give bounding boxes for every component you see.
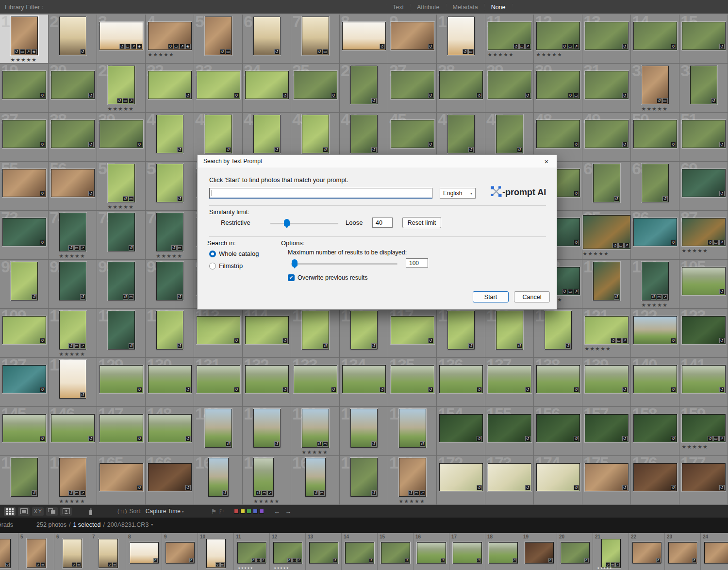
badge-icon[interactable]: ↺ — [468, 147, 474, 152]
photo-thumbnail[interactable]: ↺ — [391, 71, 434, 99]
badge-icon[interactable]: ▭ — [616, 338, 622, 343]
photo-thumbnail[interactable]: ↺ — [11, 458, 38, 497]
grid-cell[interactable]: 112↺ — [146, 309, 194, 358]
photo-thumbnail[interactable]: ↺ — [156, 311, 183, 350]
survey-view-icon[interactable] — [46, 507, 58, 516]
grid-cell[interactable]: 11↺▭↗★★★★★ — [485, 15, 534, 64]
grid-cell[interactable]: 39↺ — [97, 113, 146, 162]
filter-attribute[interactable]: Attribute — [411, 4, 446, 11]
badge-icon[interactable]: ↺ — [226, 147, 231, 152]
grid-cell[interactable]: 15↺ — [679, 15, 728, 64]
grid-cell[interactable]: 115↺ — [291, 309, 340, 358]
grid-cell[interactable]: 135↺ — [388, 358, 437, 407]
badge-icon[interactable]: ↗ — [719, 240, 725, 245]
grid-cell[interactable]: 92↺ — [49, 260, 97, 309]
cancel-button[interactable]: Cancel — [514, 291, 550, 302]
photo-thumbnail[interactable]: ↺ — [496, 115, 523, 153]
photo-thumbnail[interactable]: ↺ — [99, 120, 143, 148]
grid-cell[interactable]: 73↺ — [0, 211, 49, 260]
photo-thumbnail[interactable]: ↺ — [350, 409, 378, 448]
badge-icon[interactable]: ▭ — [226, 49, 231, 54]
grid-cell[interactable]: 10↺▭ — [437, 15, 485, 64]
badge-icon[interactable]: ↺ — [671, 436, 676, 441]
filmstrip-cell[interactable]: 6↺▭ — [54, 533, 90, 570]
grid-cell[interactable]: 109↺ — [0, 309, 49, 358]
grid-cell[interactable]: 163↺ — [0, 456, 49, 505]
filmstrip-thumbnail[interactable]: ↺ — [525, 542, 554, 564]
badge-icon[interactable]: ↺ — [14, 49, 19, 54]
filmstrip-thumbnail[interactable]: ↺▭↗ — [273, 542, 302, 564]
color-swatch[interactable] — [234, 509, 239, 514]
badge-icon[interactable]: ↺ — [171, 245, 177, 251]
filmstrip-thumbnail[interactable]: ↺ — [632, 542, 662, 564]
prompt-input[interactable] — [209, 188, 432, 199]
photo-thumbnail[interactable]: ↺ — [585, 120, 629, 148]
badge-icon[interactable]: ↗ — [574, 289, 579, 294]
badge-icon[interactable]: ↺ — [177, 343, 182, 349]
badge-icon[interactable]: ▭ — [574, 93, 579, 98]
badge-icon[interactable]: ↺ — [380, 44, 385, 49]
grid-cell[interactable]: 120↺ — [534, 309, 582, 358]
grid-cell[interactable]: 76↺▭★★★★★ — [146, 211, 194, 260]
grid-cell[interactable]: 40↺ — [146, 113, 194, 162]
photo-thumbnail[interactable]: ↺ — [342, 365, 386, 393]
badge-icon[interactable]: ↺ — [525, 93, 530, 98]
badge-icon[interactable]: ↺ — [408, 490, 414, 496]
photo-thumbnail[interactable]: ↺▭ — [108, 164, 135, 202]
badge-icon[interactable]: ▭ — [662, 98, 668, 103]
photo-thumbnail[interactable]: ↺ — [148, 414, 192, 442]
badge-icon[interactable]: ↺ — [428, 142, 433, 147]
grid-cell[interactable]: 68↺ — [631, 162, 679, 211]
badge-icon[interactable]: ↺ — [657, 98, 662, 103]
badge-icon[interactable]: ▭ — [74, 490, 80, 496]
badge-icon[interactable]: ↺ — [371, 147, 377, 152]
filmstrip-cell[interactable]: 17↺ — [449, 533, 485, 570]
badge-icon[interactable]: ↺ — [177, 294, 182, 300]
photo-thumbnail[interactable]: ↺ — [488, 463, 531, 491]
badge-icon[interactable]: ▭ — [323, 441, 328, 447]
photo-thumbnail[interactable]: ↺ — [496, 311, 523, 350]
photo-thumbnail[interactable]: ↺ — [447, 311, 475, 350]
badge-icon[interactable]: ↺ — [428, 93, 433, 98]
badge-icon[interactable]: ↺ — [129, 245, 134, 251]
photo-thumbnail[interactable]: ↺ — [108, 311, 135, 350]
badge-icon[interactable]: ↺ — [671, 485, 676, 490]
badge-icon[interactable]: ↺ — [708, 240, 713, 245]
photo-thumbnail[interactable]: ↺▭ — [536, 71, 580, 99]
badge-icon[interactable]: ↺ — [477, 485, 482, 490]
photo-thumbnail[interactable]: ↺ — [488, 71, 531, 99]
badge-icon[interactable]: ↺ — [671, 338, 676, 343]
badge-icon[interactable]: ↗ — [622, 338, 628, 343]
photo-thumbnail[interactable]: ↺ — [633, 414, 677, 442]
photo-thumbnail[interactable]: ↺▭↗◈ — [11, 17, 38, 55]
badge-icon[interactable]: ↺ — [671, 387, 676, 392]
photo-thumbnail[interactable]: ↺ — [593, 262, 620, 301]
color-swatch[interactable] — [253, 509, 258, 514]
grid-cell[interactable]: 152↺ — [340, 407, 388, 456]
overwrite-checkbox[interactable]: ✔ — [288, 274, 295, 281]
grid-cell[interactable]: 164↺▭↗★★★★★ — [49, 456, 97, 505]
grid-cell[interactable]: 170↺ — [340, 456, 388, 505]
photo-thumbnail[interactable]: ↺▭↗ — [585, 316, 629, 344]
star-rating[interactable]: ★★★★★ — [642, 302, 668, 308]
grid-cell[interactable]: 165↺ — [97, 456, 146, 505]
grid-cell[interactable]: 154↺ — [437, 407, 485, 456]
badge-icon[interactable]: ↺ — [622, 142, 628, 147]
badge-icon[interactable]: ▭ — [468, 49, 474, 54]
whole-catalog-radio[interactable] — [209, 251, 216, 257]
photo-thumbnail[interactable]: ↺ — [399, 409, 426, 448]
badge-icon[interactable]: ▭ — [74, 245, 80, 251]
grid-cell[interactable]: 116↺ — [340, 309, 388, 358]
grid-cell[interactable]: 166↺ — [146, 456, 194, 505]
photo-thumbnail[interactable]: ↺ — [2, 218, 46, 246]
badge-icon[interactable]: ↺ — [719, 191, 725, 196]
photo-thumbnail[interactable]: ↺ — [59, 262, 86, 301]
grid-cell[interactable]: 91↺ — [0, 260, 49, 309]
star-rating[interactable]: ★★★★★ — [682, 247, 709, 254]
photo-thumbnail[interactable]: ↺ — [447, 115, 475, 153]
badge-icon[interactable]: ↺ — [371, 98, 377, 103]
badge-icon[interactable]: ↺ — [517, 343, 522, 349]
badge-icon[interactable]: ↺ — [68, 245, 74, 251]
badge-icon[interactable]: ↺ — [513, 44, 519, 49]
grid-cell[interactable]: 4↺▭↗◈★★★★★ — [146, 15, 194, 64]
